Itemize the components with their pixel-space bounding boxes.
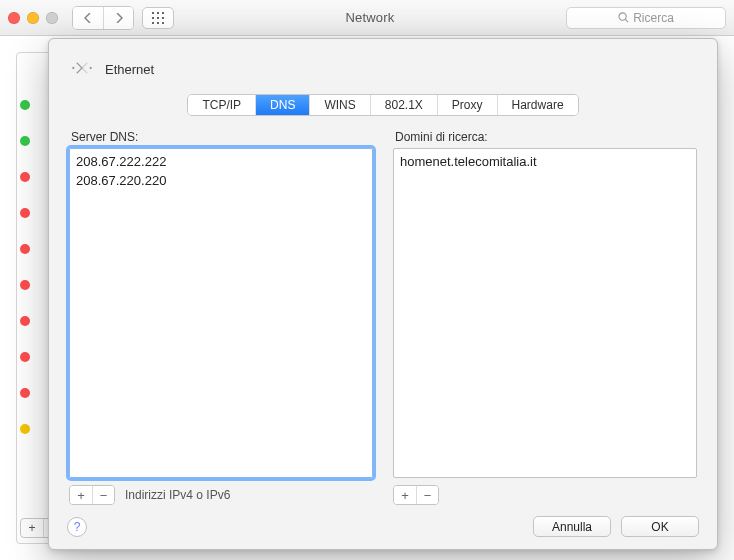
- tab-tcpip[interactable]: TCP/IP: [188, 95, 255, 115]
- add-search-domain-button[interactable]: +: [394, 486, 416, 504]
- search-domains-label: Domini di ricerca:: [395, 130, 697, 144]
- search-icon: [618, 12, 629, 23]
- dns-servers-hint: Indirizzi IPv4 o IPv6: [125, 488, 230, 502]
- search-domains-list[interactable]: homenet.telecomitalia.it: [393, 148, 697, 478]
- svg-rect-0: [152, 12, 154, 14]
- tab-hardware[interactable]: Hardware: [497, 95, 578, 115]
- tab-bar: TCP/IPDNSWINS802.1XProxyHardware: [67, 94, 699, 116]
- advanced-sheet: Ethernet TCP/IPDNSWINS802.1XProxyHardwar…: [48, 38, 718, 550]
- dns-server-entry[interactable]: 208.67.220.220: [76, 172, 366, 191]
- add-dns-server-button[interactable]: +: [70, 486, 92, 504]
- window-traffic-lights: [8, 12, 58, 24]
- svg-rect-4: [157, 17, 159, 19]
- ethernet-icon: [69, 57, 95, 82]
- tab-proxy[interactable]: Proxy: [437, 95, 497, 115]
- dns-servers-add-remove: + −: [69, 485, 115, 505]
- remove-search-domain-button[interactable]: −: [416, 486, 438, 504]
- tab-wins[interactable]: WINS: [309, 95, 369, 115]
- dns-server-entry[interactable]: 208.67.222.222: [76, 153, 366, 172]
- svg-line-10: [625, 19, 628, 22]
- service-status-dot: [20, 352, 30, 362]
- nav-back-forward: [72, 6, 134, 30]
- service-status-dot: [20, 280, 30, 290]
- search-field[interactable]: Ricerca: [566, 7, 726, 29]
- close-window-button[interactable]: [8, 12, 20, 24]
- service-status-dot: [20, 388, 30, 398]
- minimize-window-button[interactable]: [27, 12, 39, 24]
- svg-point-12: [90, 67, 92, 69]
- dns-servers-list[interactable]: 208.67.222.222208.67.220.220: [69, 148, 373, 478]
- svg-rect-5: [162, 17, 164, 19]
- remove-dns-server-button[interactable]: −: [92, 486, 114, 504]
- search-domain-entry[interactable]: homenet.telecomitalia.it: [400, 153, 690, 172]
- svg-rect-6: [152, 22, 154, 24]
- connection-name: Ethernet: [105, 62, 154, 77]
- service-status-dot: [20, 208, 30, 218]
- svg-rect-2: [162, 12, 164, 14]
- svg-rect-3: [152, 17, 154, 19]
- ok-button[interactable]: OK: [621, 516, 699, 537]
- service-status-dot: [20, 136, 30, 146]
- cancel-button[interactable]: Annulla: [533, 516, 611, 537]
- back-button[interactable]: [73, 7, 103, 29]
- show-all-button[interactable]: [142, 7, 174, 29]
- dns-columns: Server DNS: 208.67.222.222208.67.220.220…: [67, 130, 699, 506]
- service-status-dot: [20, 244, 30, 254]
- service-status-dot: [20, 424, 30, 434]
- service-status-dot: [20, 316, 30, 326]
- sheet-footer: ? Annulla OK: [67, 506, 699, 537]
- service-status-dot: [20, 100, 30, 110]
- dns-servers-label: Server DNS:: [71, 130, 373, 144]
- svg-rect-7: [157, 22, 159, 24]
- tab-dns[interactable]: DNS: [255, 95, 309, 115]
- svg-point-9: [619, 13, 626, 20]
- tab-8021x[interactable]: 802.1X: [370, 95, 437, 115]
- svg-rect-8: [162, 22, 164, 24]
- search-domains-add-remove: + −: [393, 485, 439, 505]
- dns-servers-column: Server DNS: 208.67.222.222208.67.220.220…: [69, 130, 373, 506]
- window-title: Network: [182, 10, 558, 25]
- service-status-dot: [20, 172, 30, 182]
- sheet-header: Ethernet: [67, 53, 699, 94]
- service-status-strip: [20, 100, 44, 434]
- zoom-window-button[interactable]: [46, 12, 58, 24]
- search-placeholder: Ricerca: [633, 11, 674, 25]
- add-service-button[interactable]: +: [21, 519, 43, 537]
- help-button[interactable]: ?: [67, 517, 87, 537]
- svg-point-11: [72, 67, 74, 69]
- forward-button[interactable]: [103, 7, 133, 29]
- svg-rect-1: [157, 12, 159, 14]
- window-toolbar: Network Ricerca: [0, 0, 734, 36]
- search-domains-column: Domini di ricerca: homenet.telecomitalia…: [393, 130, 697, 506]
